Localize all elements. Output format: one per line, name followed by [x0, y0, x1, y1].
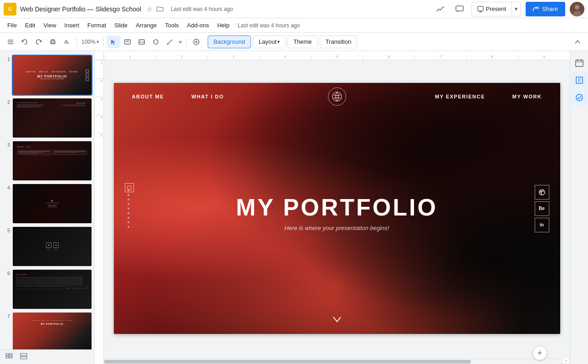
svg-rect-36	[6, 354, 9, 355]
folder-icon[interactable]	[156, 5, 164, 13]
present-dropdown-arrow[interactable]: ▾	[512, 2, 521, 16]
slide-thumb-4[interactable]: 5 MY EXPERIENCE	[12, 183, 92, 224]
present-button[interactable]: Present ▾	[471, 2, 521, 16]
add-slide-button[interactable]: +	[532, 346, 547, 360]
toolbar-redo-btn[interactable]	[32, 36, 46, 48]
scrollbar-thumb[interactable]	[104, 360, 471, 364]
slide-item-6[interactable]: 6 MY WORK	[2, 269, 92, 310]
ruler-h-tick-7: 7	[414, 55, 466, 60]
ruler-v-tick-3: 3	[95, 97, 103, 115]
ruler-v-tick-2: 2	[95, 78, 103, 97]
dot-3	[128, 199, 129, 200]
nav-about-me: ABOUT ME	[132, 94, 164, 99]
star-icon[interactable]: ☆	[147, 5, 153, 13]
toolbar-plus-btn[interactable]	[189, 36, 203, 48]
layout-btn-label: Layout	[259, 38, 276, 45]
toolbar-image-btn[interactable]	[135, 36, 148, 48]
slide-thumb-7[interactable]: ABOUT ME WHAT I DO MY EXPERIENCE MY WORK…	[12, 312, 92, 353]
ruler-h-tick-6: 6	[363, 55, 414, 60]
slide-main-content[interactable]: ABOUT ME WHAT I DO MY EXPERIENC	[114, 83, 560, 334]
nav-left: ABOUT ME WHAT I DO	[132, 94, 224, 99]
toolbar-collapse-btn[interactable]	[571, 36, 584, 48]
grid-view-btn[interactable]	[18, 351, 29, 363]
ruler-h-tick-1: 1	[104, 55, 156, 60]
transition-btn[interactable]: Transition	[320, 36, 358, 48]
slide-thumb-2[interactable]: ABOUT ME	[12, 97, 92, 138]
slide-item-1[interactable]: 1 ABOUT ME WHAT I DO MY EXPERIENCE MY WO…	[2, 55, 92, 96]
present-label: Present	[486, 5, 506, 12]
scroll-right-arrow[interactable]: ›	[562, 357, 570, 364]
toolbar-zoom-btn[interactable]: 100% ▾	[80, 36, 101, 48]
toolbar-shape-btn[interactable]	[149, 36, 163, 48]
toolbar-line-btn[interactable]	[163, 36, 177, 48]
social-linkedin: in	[535, 218, 549, 232]
menu-tools[interactable]: Tools	[161, 20, 182, 31]
svg-rect-14	[51, 42, 54, 44]
last-edit-status: Last edit was 4 hours ago	[238, 22, 300, 29]
menu-view[interactable]: View	[40, 20, 60, 31]
share-button[interactable]: Share	[526, 2, 565, 16]
background-btn-label: Background	[214, 38, 245, 45]
user-avatar[interactable]	[570, 2, 584, 16]
slide-number-6: 6	[2, 269, 10, 276]
toolbar-cursor-btn[interactable]	[107, 36, 120, 48]
theme-btn[interactable]: Theme	[287, 36, 317, 48]
slide-item-4[interactable]: 4 5 MY EXPERIENCE	[2, 183, 92, 224]
slide-nav: ABOUT ME WHAT I DO MY EXPERIENC	[114, 83, 560, 110]
toolbar-line-dropdown[interactable]	[177, 36, 184, 48]
toolbar-textbox-btn[interactable]	[121, 36, 134, 48]
slide-thumb-5[interactable]: ✦ ✦	[12, 226, 92, 267]
present-main-btn[interactable]: Present	[472, 2, 512, 16]
slide-thumb-1[interactable]: ABOUT ME WHAT I DO MY EXPERIENCE MY WORK…	[12, 55, 92, 96]
horizontal-scrollbar[interactable]	[104, 359, 562, 364]
svg-point-27	[332, 92, 342, 101]
slide-thumb-3[interactable]: WHAT I DO	[12, 140, 92, 181]
ruler-v-tick-5: 5	[95, 133, 103, 151]
layout-btn[interactable]: Layout ▾	[253, 36, 286, 48]
dot-9	[128, 226, 129, 228]
toolbar-print-btn[interactable]	[46, 36, 60, 48]
slide-item-5[interactable]: 5 ✦ ✦	[2, 226, 92, 267]
svg-rect-28	[128, 186, 131, 190]
menu-help[interactable]: Help	[214, 20, 233, 31]
menu-file[interactable]: File	[4, 20, 20, 31]
svg-rect-39	[10, 356, 12, 358]
ruler-h-tick-8: 8	[466, 55, 518, 60]
right-check-btn[interactable]	[571, 89, 588, 106]
comment-icon-btn[interactable]	[452, 2, 467, 16]
menu-arrange[interactable]: Arrange	[132, 20, 160, 31]
menu-insert[interactable]: Insert	[61, 20, 83, 31]
menu-addons[interactable]: Add-ons	[184, 20, 213, 31]
ruler-h-tick-9: 9	[518, 55, 570, 60]
svg-point-20	[140, 41, 141, 41]
slide-canvas[interactable]: ABOUT ME WHAT I DO MY EXPERIENC	[104, 60, 570, 357]
list-view-btn[interactable]	[4, 351, 15, 363]
toolbar-paintformat-btn[interactable]	[60, 36, 74, 48]
toolbar: 100% ▾ Background Layout	[0, 33, 588, 51]
menu-slide[interactable]: Slide	[111, 20, 131, 31]
menu-edit[interactable]: Edit	[21, 20, 39, 31]
menu-format[interactable]: Format	[84, 20, 110, 31]
svg-rect-2	[456, 6, 463, 11]
slide-item-3[interactable]: 3 WHAT I DO	[2, 140, 92, 181]
slide-center-content: MY PORTFOLIO Here is where your presenta…	[236, 193, 438, 231]
slide-item-2[interactable]: 2 ABOUT ME	[2, 97, 92, 138]
dot-2	[128, 194, 129, 196]
slide-item-7[interactable]: 7 ABOUT ME WHAT I DO MY EXPERIENCE MY WO…	[2, 312, 92, 353]
right-panel	[570, 51, 588, 364]
right-notes-btn[interactable]	[571, 72, 588, 88]
background-btn[interactable]: Background	[208, 36, 251, 48]
right-calendar-btn[interactable]	[571, 55, 588, 71]
slide-number-7: 7	[2, 312, 10, 319]
social-dribbble	[535, 185, 549, 200]
svg-rect-38	[6, 356, 9, 358]
nav-my-experience: MY EXPERIENCE	[435, 94, 485, 99]
slide-thumb-6[interactable]: MY WORK ▶ 10% ▶ 25%	[12, 269, 92, 310]
svg-rect-41	[20, 357, 27, 359]
trend-icon-btn[interactable]	[433, 2, 448, 16]
toolbar-menu-btn[interactable]	[4, 36, 17, 48]
toolbar-undo-btn[interactable]	[18, 36, 31, 48]
slide-main-title: MY PORTFOLIO	[236, 193, 438, 220]
title-bar: G Web Designer Portfolio — Slidesgo Scho…	[0, 0, 588, 18]
slide-panel[interactable]: 1 ABOUT ME WHAT I DO MY EXPERIENCE MY WO…	[0, 51, 95, 364]
